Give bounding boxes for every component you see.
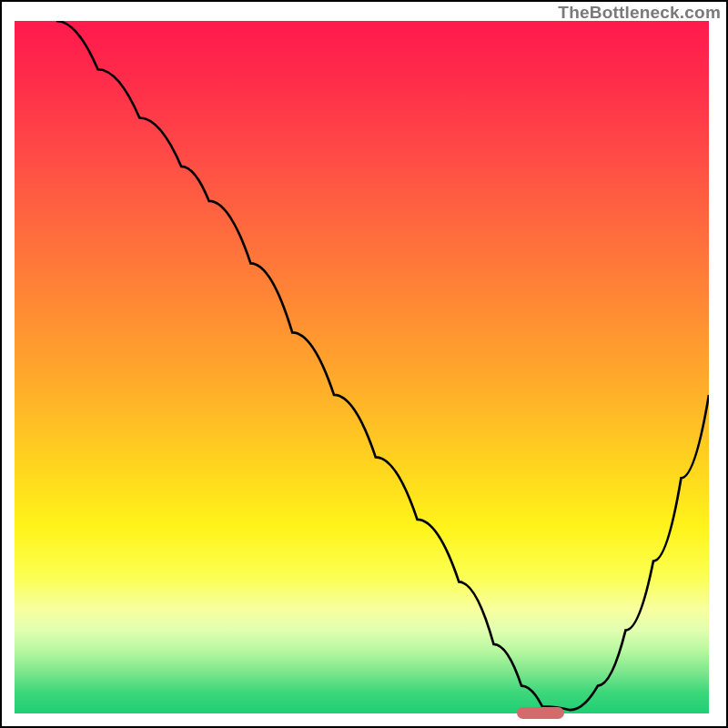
plot-area <box>15 21 709 713</box>
chart-frame: TheBottleneck.com <box>0 0 728 728</box>
attribution-text: TheBottleneck.com <box>558 3 721 23</box>
bottleneck-curve <box>15 21 709 713</box>
optimal-range-marker <box>517 707 564 719</box>
curve-path <box>56 21 709 710</box>
